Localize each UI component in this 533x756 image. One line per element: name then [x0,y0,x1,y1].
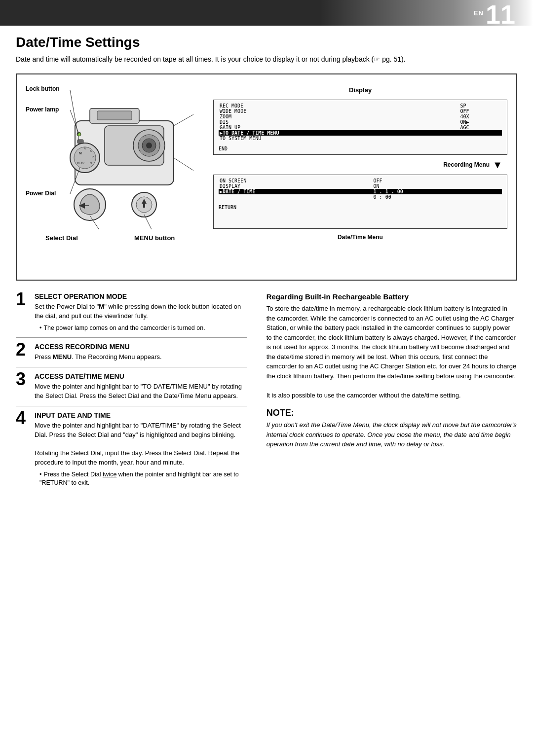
step-3-number: 3 [16,370,30,401]
svg-text:A: A [84,147,86,150]
step-1: 1 SELECT OPERATION MODE Set the Power Di… [16,292,247,338]
diagram-left: Lock button Power lamp Power Dial Select… [26,81,208,275]
step-4: 4 INPUT DATE AND TIME Move the pointer a… [16,411,247,493]
right-column: Regarding Built-in Rechargeable Battery … [257,292,517,498]
step-2-content: ACCESS RECORDING MENU Press MENU. The Re… [35,343,247,362]
svg-text:PLAY: PLAY [77,162,84,165]
svg-rect-16 [77,140,83,144]
svg-text:G: G [90,162,92,165]
main-content: 1 SELECT OPERATION MODE Set the Power Di… [16,292,517,498]
svg-text:P: P [92,155,94,158]
diagram-box: Lock button Power lamp Power Dial Select… [16,73,517,281]
datetime-menu-label: Date/Time Menu [213,234,507,241]
step-4-title: INPUT DATE AND TIME [35,411,247,419]
battery-title: Regarding Built-in Rechargeable Battery [266,292,517,301]
intro-text: Date and time will automatically be reco… [16,54,517,65]
step-4-body: Move the pointer and highlight bar to "D… [35,421,247,468]
step-3-body: Move the pointer and highlight bar to "T… [35,382,247,401]
label-select-dial: Select Dial [45,234,78,242]
note-title: NOTE: [266,408,517,418]
camcorder-illustration: M A S P G PLAY [26,81,193,229]
step-2: 2 ACCESS RECORDING MENU Press MENU. The … [16,343,247,367]
step-1-title: SELECT OPERATION MODE [35,292,247,300]
return-label: RETURN [219,205,502,210]
step-4-content: INPUT DATE AND TIME Move the pointer and… [35,411,247,488]
battery-section: Regarding Built-in Rechargeable Battery … [266,292,517,400]
step-1-content: SELECT OPERATION MODE Set the Power Dial… [35,292,247,332]
step-3-title: ACCESS DATE/TIME MENU [35,372,247,380]
step-2-title: ACCESS RECORDING MENU [35,343,247,351]
step-2-body: Press MENU. The Recording Menu appears. [35,353,247,362]
recording-menu-label: Recording Menu [213,161,490,168]
svg-line-30 [174,106,193,126]
battery-body: To store the date/time in memory, a rech… [266,304,517,400]
header-bar: EN 11 [0,0,533,26]
step-1-number: 1 [16,290,30,332]
step-3-content: ACCESS DATE/TIME MENU Move the pointer a… [35,372,247,401]
label-menu-button: MENU button [134,234,175,242]
svg-text:S: S [90,149,92,152]
note-section: NOTE: If you don't exit the Date/Time Me… [266,408,517,449]
en-label: EN [474,9,484,17]
display-label: Display [213,86,507,94]
step-3: 3 ACCESS DATE/TIME MENU Move the pointer… [16,372,247,406]
page-number: 11 [486,1,515,28]
step-1-bullet: The power lamp comes on and the camcorde… [35,324,247,333]
diagram-right: Display REC MODESP WIDE MODEOFF ZOOM40X … [213,81,507,275]
step-1-body: Set the Power Dial to "M" while pressing… [35,302,247,321]
svg-rect-7 [97,111,132,120]
datetime-menu-screen: ON SCREENOFF DISPLAYON ▶DATE / TIME1 . 1… [213,175,507,229]
left-column: 1 SELECT OPERATION MODE Set the Power Di… [16,292,257,498]
svg-rect-27 [143,204,145,208]
step-4-bullet: Press the Select Dial twice when the poi… [35,470,247,488]
end-label: END [219,146,502,151]
note-body: If you don't exit the Date/Time Menu, th… [266,420,517,449]
arrow-down-icon: ▼ [493,160,502,170]
step-4-number: 4 [16,409,30,488]
svg-line-31 [174,158,193,180]
svg-text:M: M [79,151,82,155]
page-title: Date/Time Settings [16,35,517,50]
step-2-number: 2 [16,341,30,362]
svg-point-5 [146,143,152,148]
recording-menu-screen: REC MODESP WIDE MODEOFF ZOOM40X DISON▶ G… [213,100,507,155]
